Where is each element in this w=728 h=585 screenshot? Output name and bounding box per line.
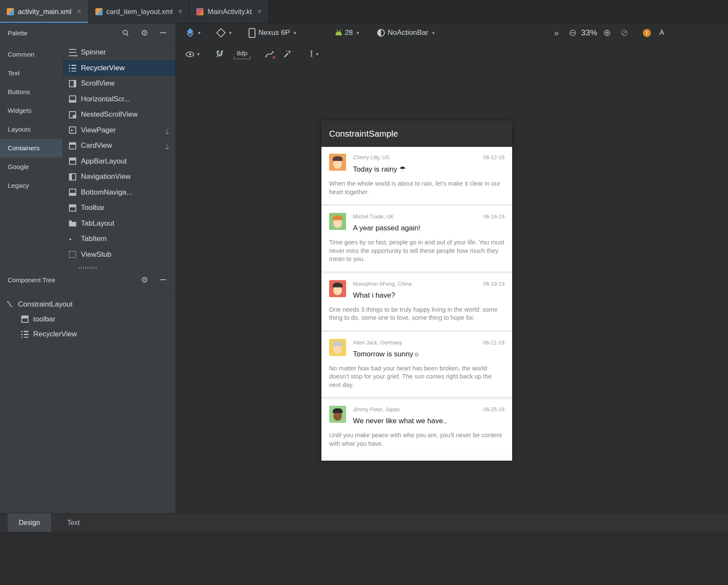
phone-icon xyxy=(249,28,255,38)
theme-selector[interactable]: NoActionBar ▼ xyxy=(377,29,436,37)
splitter-grip-icon xyxy=(79,267,97,269)
palette-item-tablayout[interactable]: TabLayout xyxy=(63,216,175,232)
component-tree-header: Component Tree ⚙ xyxy=(0,270,175,290)
attributes-tab-fragment[interactable]: A xyxy=(659,29,664,37)
preview-app-bar: ConstraintSample xyxy=(321,120,512,147)
palette-item-spinner[interactable]: Spinner xyxy=(63,45,175,60)
palette-category-legacy[interactable]: Legacy xyxy=(0,176,63,195)
palette-header-actions: ⚙ xyxy=(122,29,168,37)
tree-node-constraintlayout[interactable]: ConstraintLayout xyxy=(0,297,175,312)
ibeam-icon: I xyxy=(310,50,313,58)
zoom-fit-button[interactable]: ⊘ xyxy=(620,28,628,37)
device-preview: ConstraintSample Cherry Lilly, US 06-12-… xyxy=(321,120,512,461)
theme-name: NoActionBar xyxy=(388,29,428,37)
list-item[interactable]: Allen Jack, Germany 06-21-19 Tomorrow is… xyxy=(321,332,512,399)
dropdown-caret-icon: ▼ xyxy=(431,31,436,35)
palette-item-nestedscrollview[interactable]: NestedScrollView xyxy=(63,107,175,123)
zoom-in-button[interactable]: ⊕ xyxy=(603,28,611,37)
palette-item-toolbar[interactable]: Toolbar xyxy=(63,200,175,216)
minimize-icon[interactable] xyxy=(160,32,166,33)
magic-wand-icon xyxy=(283,49,292,59)
palette-category-text[interactable]: Text xyxy=(0,64,63,83)
close-icon[interactable]: × xyxy=(178,7,182,16)
editor-tab-mainactivity[interactable]: MainActivity.kt × xyxy=(189,0,269,23)
close-icon[interactable]: × xyxy=(77,7,81,16)
palette-item-cardview[interactable]: CardView ↓ xyxy=(63,138,175,154)
warnings-errors-icon[interactable]: ! xyxy=(643,29,651,37)
palette-item-bottomnavigationview[interactable]: BottomNaviga... xyxy=(63,185,175,201)
avatar-hair xyxy=(332,215,343,220)
search-icon[interactable] xyxy=(122,29,129,36)
palette-item-horizontalscrollview[interactable]: HorizontalScr... xyxy=(63,92,175,107)
palette-category-google[interactable]: Google xyxy=(0,158,63,176)
select-design-surface-button[interactable]: ▾ xyxy=(186,28,201,37)
list-item[interactable]: Michel Trade, UK 06-16-19 A year passed … xyxy=(321,206,512,273)
chevron-down-icon: ▾ xyxy=(316,51,318,57)
xml-layout-file-icon xyxy=(95,8,103,15)
api-level-selector[interactable]: 28 ▼ xyxy=(335,29,360,37)
avatar-hair xyxy=(332,283,343,287)
minimize-icon[interactable] xyxy=(160,279,166,280)
bottom-fill xyxy=(0,532,728,585)
palette-category-buttons[interactable]: Buttons xyxy=(0,83,63,101)
default-margin-button[interactable]: 8dp xyxy=(234,49,250,59)
list-item[interactable]: Cherry Lilly, US 06-12-19 Today is rainy… xyxy=(321,147,512,206)
download-icon: ↓ xyxy=(166,127,169,134)
card-meta-row: Cherry Lilly, US 06-12-19 xyxy=(353,155,504,161)
orientation-button[interactable]: ▾ xyxy=(216,29,232,36)
navigationview-icon xyxy=(69,173,76,181)
orientation-icon xyxy=(216,28,226,38)
preview-card-list: Cherry Lilly, US 06-12-19 Today is rainy… xyxy=(321,147,512,456)
card-author: Allen Jack, Germany xyxy=(353,340,402,346)
palette-item-viewpager[interactable]: ViewPager ↓ xyxy=(63,123,175,138)
card-body: When the whole world is about to rain, l… xyxy=(329,180,504,196)
palette-item-viewstub[interactable]: ViewStub xyxy=(63,247,175,263)
editor-tab-card-item-layout[interactable]: card_item_layout.xml × xyxy=(89,0,190,23)
palette-item-recyclerview[interactable]: RecyclerView xyxy=(63,60,175,76)
toolbar-icon xyxy=(21,315,29,323)
design-toolbar: ▾ ▾ Nexus 6P ▼ 28 ▼ NoActionBar ▼ » ⊖ 33… xyxy=(176,23,728,43)
palette-item-tabitem[interactable]: TabItem xyxy=(63,231,175,247)
palette-category-common[interactable]: Common xyxy=(0,45,63,64)
card-body: Until you make peace with who you are, y… xyxy=(329,431,504,448)
api-level: 28 xyxy=(345,29,353,37)
palette-category-containers[interactable]: Containers xyxy=(0,139,63,158)
tree-node-recyclerview[interactable]: RecyclerView xyxy=(0,327,175,341)
gear-icon[interactable]: ⚙ xyxy=(141,29,148,37)
tree-node-toolbar[interactable]: toolbar xyxy=(0,312,175,327)
editor-tab-activity-main[interactable]: activity_main.xml × xyxy=(0,0,89,23)
gear-icon[interactable]: ⚙ xyxy=(141,276,148,284)
autoconnect-off-button[interactable] xyxy=(215,49,224,59)
palette-category-widgets[interactable]: Widgets xyxy=(0,101,63,120)
palette-header: Palette ⚙ xyxy=(0,23,175,43)
device-selector[interactable]: Nexus 6P ▼ xyxy=(249,28,297,38)
close-icon[interactable]: × xyxy=(258,7,262,16)
device-name: Nexus 6P xyxy=(258,29,290,37)
view-options-button[interactable]: ▾ xyxy=(186,51,200,57)
card-title: What i have? xyxy=(353,291,504,300)
card-title: We never like what we have.. xyxy=(353,417,504,425)
palette-category-layouts[interactable]: Layouts xyxy=(0,120,63,139)
toolbar-separator xyxy=(448,27,449,38)
dropdown-caret-icon: ▼ xyxy=(356,31,360,35)
palette-item-navigationview[interactable]: NavigationView xyxy=(63,169,175,185)
palette-item-appbarlayout[interactable]: AppBarLayout xyxy=(63,154,175,169)
zoom-out-button[interactable]: ⊖ xyxy=(569,28,576,37)
clear-constraints-button[interactable]: × xyxy=(265,50,274,58)
palette-item-scrollview[interactable]: ScrollView xyxy=(63,76,175,92)
overflow-chevrons-icon[interactable]: » xyxy=(554,28,559,38)
panel-splitter[interactable] xyxy=(0,265,175,270)
infer-constraints-button[interactable] xyxy=(283,49,292,59)
chevron-down-icon: ▾ xyxy=(197,51,200,57)
text-mode-tab[interactable]: Text xyxy=(56,513,91,532)
xml-layout-file-icon xyxy=(7,8,14,15)
layers-icon xyxy=(186,28,195,37)
list-item[interactable]: Jimmy Peter, Japan 06-25-19 We never lik… xyxy=(321,399,512,456)
tablayout-icon xyxy=(69,222,76,227)
viewstub-icon xyxy=(69,251,76,258)
design-mode-tab[interactable]: Design xyxy=(8,513,51,532)
card-header: Michel Trade, UK 06-16-19 A year passed … xyxy=(329,213,504,232)
list-item[interactable]: Moosphon AFeng, China 06-19-19 What i ha… xyxy=(321,273,512,332)
card-header-text: Allen Jack, Germany 06-21-19 Tomorrow is… xyxy=(353,339,504,358)
align-distribute-button[interactable]: I ▾ xyxy=(310,50,318,58)
